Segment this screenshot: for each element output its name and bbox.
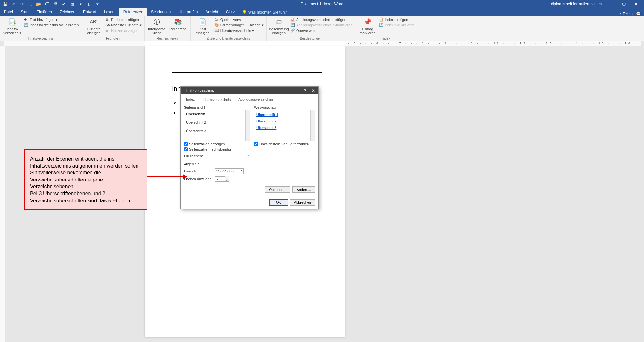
options-button[interactable]: Optionen... — [265, 186, 291, 193]
scroll-up-icon[interactable]: ▴ — [247, 110, 249, 113]
bibliography-button[interactable]: 📖Literaturverzeichnis ▾ — [214, 28, 264, 33]
account-name[interactable]: diplomarbeit formatierung — [551, 2, 595, 6]
insert-citation-button[interactable]: 📄 Zitat einfügen — [193, 17, 213, 35]
insert-caption-button[interactable]: 🏷 Beschriftung einfügen — [269, 17, 289, 35]
update-toc-button[interactable]: 🔄Inhaltsverzeichnis aktualisieren — [24, 23, 79, 27]
footnote-button[interactable]: AB¹ Fußnote einfügen — [84, 17, 103, 35]
comments-icon[interactable]: 💬 — [636, 12, 641, 16]
page-icon[interactable]: ▯ — [86, 1, 91, 6]
group-toc: 📑 Inhalts- verzeichnis ✚Text hinzufügen … — [0, 16, 81, 41]
chk-right-align[interactable]: Seitenzahlen rechtsbündig — [184, 147, 250, 151]
manage-sources-button[interactable]: 🗂Quellen verwalten — [214, 17, 264, 22]
chk-hyperlinks[interactable]: Links anstelle von Seitenzahlen — [254, 142, 315, 146]
ok-button[interactable]: OK — [269, 199, 288, 206]
modify-button[interactable]: Ändern... — [292, 186, 315, 193]
dialog-help-icon[interactable]: ? — [301, 87, 309, 94]
insert-index-button[interactable]: 📋Index einfügen — [379, 17, 414, 22]
citation-style-row[interactable]: 🎨Formatvorlage: Chicago ▾ — [214, 23, 264, 27]
preview-scrollbar[interactable]: ▴▾ — [310, 110, 315, 141]
tab-citavi[interactable]: Citavi — [222, 8, 240, 16]
bulb-icon: 💡 — [242, 10, 247, 15]
qat-dropdown-icon[interactable]: ▾ — [95, 1, 100, 6]
dialog-tab-toc[interactable]: Inhaltsverzeichnis — [199, 96, 234, 103]
cancel-button[interactable]: Abbrechen — [290, 199, 315, 206]
tab-draw[interactable]: Zeichnen — [56, 8, 79, 16]
toc-button[interactable]: 📑 Inhalts- verzeichnis — [3, 17, 22, 35]
open-icon[interactable]: 📂 — [36, 1, 41, 6]
scroll-down-icon[interactable]: ▾ — [247, 138, 249, 141]
style-value: Chicago — [248, 23, 260, 27]
formats-combo[interactable]: Von Vorlage — [215, 168, 244, 174]
scroll-down-icon[interactable]: ▾ — [312, 138, 314, 141]
tab-review[interactable]: Überprüfen — [175, 8, 202, 16]
web-link[interactable]: Überschrift 3 — [256, 124, 313, 131]
chk-right-align-input[interactable] — [184, 147, 188, 151]
crossref-button[interactable]: 🔗Querverweis — [290, 28, 352, 33]
tab-design[interactable]: Entwurf — [79, 8, 100, 16]
tab-references[interactable]: Referenzen — [119, 8, 147, 16]
print-icon[interactable]: 🖶 — [53, 1, 58, 6]
ruler-vertical[interactable] — [0, 46, 5, 342]
ribbon-options-icon[interactable]: ▭ — [599, 2, 602, 6]
spelling-icon[interactable]: ✔ — [61, 1, 66, 6]
web-link[interactable]: Überschrift 2 — [256, 118, 313, 124]
show-notes-icon: ☰ — [105, 28, 110, 33]
table-icon[interactable]: ▦ — [70, 1, 75, 6]
tell-me-search[interactable]: 💡 Was möchten Sie tun? — [240, 8, 289, 16]
new-icon[interactable]: ▢ — [28, 1, 33, 6]
dialog-close-icon[interactable]: ✕ — [309, 87, 317, 94]
insert-index-icon: 📋 — [379, 17, 384, 22]
dialog-tab-figures[interactable]: Abbildungsverzeichnis — [235, 96, 277, 103]
group-footnotes: AB¹ Fußnote einfügen 🗏Endnote einfügen A… — [81, 16, 144, 41]
preview-scrollbar[interactable]: ▴▾ — [245, 110, 250, 141]
minimize-icon[interactable]: ― — [606, 1, 617, 7]
recherche-button[interactable]: 📚 Recherche — [168, 17, 188, 31]
levels-input[interactable] — [215, 176, 225, 182]
dialog-tab-index[interactable]: Index — [183, 96, 198, 103]
bibliography-label: Literaturverzeichnis — [220, 29, 251, 33]
group-label-footnotes: Fußnoten — [84, 37, 141, 41]
mark-entry-button[interactable]: 📌 Eintrag markieren — [358, 17, 377, 35]
levels-spinner[interactable]: ▴▾ — [215, 176, 229, 182]
mark-entry-label: Eintrag markieren — [360, 27, 375, 35]
next-footnote-label: Nächste Fußnote — [111, 23, 138, 27]
collapse-ribbon-icon[interactable]: ⌃ — [637, 83, 640, 88]
tab-view[interactable]: Ansicht — [202, 8, 222, 16]
insert-figures-button[interactable]: 📊Abbildungsverzeichnis einfügen — [290, 17, 352, 22]
add-text-button[interactable]: ✚Text hinzufügen ▾ — [24, 17, 79, 22]
next-footnote-button[interactable]: ABNächste Fußnote ▾ — [105, 23, 141, 27]
preview-icon[interactable]: 🖵 — [44, 1, 50, 6]
tab-layout[interactable]: Layout — [100, 8, 119, 16]
smart-lookup-icon: ⓘ — [152, 17, 162, 26]
add-text-icon: ✚ — [24, 17, 28, 22]
fill-combo[interactable]: ....... — [215, 153, 250, 159]
update-index-icon: 🔄 — [379, 23, 384, 27]
qat-more-icon[interactable]: ▾ — [78, 1, 83, 6]
toc-row-title: Überschrift 1 — [186, 112, 208, 116]
tab-mailings[interactable]: Sendungen — [147, 8, 175, 16]
save-icon[interactable]: 💾 — [3, 1, 8, 6]
general-header: Allgemein — [184, 162, 315, 166]
spin-down-icon[interactable]: ▾ — [225, 179, 229, 182]
tab-home[interactable]: Start — [17, 8, 33, 16]
group-label-captions: Beschriftungen — [269, 37, 352, 41]
scroll-up-icon[interactable]: ▴ — [312, 110, 314, 113]
share-button[interactable]: ↗ Teilen — [619, 12, 633, 16]
smart-lookup-button[interactable]: ⓘ Intelligente Suche — [147, 17, 166, 35]
web-link[interactable]: Überschrift 1 — [256, 112, 313, 118]
endnote-button[interactable]: 🗏Endnote einfügen — [105, 17, 141, 22]
chk-show-pagenums[interactable]: Seitenzahlen anzeigen — [184, 142, 250, 146]
tab-insert[interactable]: Einfügen — [33, 8, 55, 16]
spin-up-icon[interactable]: ▴ — [225, 176, 229, 179]
toc-button-label: Inhalts- verzeichnis — [3, 27, 21, 35]
undo-icon[interactable]: ↶ — [11, 1, 16, 6]
group-label-toc: Inhaltsverzeichnis — [3, 37, 79, 41]
maximize-icon[interactable]: ▢ — [618, 1, 629, 7]
ruler-horizontal[interactable]: 3 · · · 2 · · · 1 · · · | · · · 1 · · · … — [4, 41, 641, 46]
chk-show-pagenums-input[interactable] — [184, 142, 188, 146]
tab-file[interactable]: Datei — [0, 8, 17, 16]
chk-hyperlinks-input[interactable] — [254, 142, 258, 146]
dialog-titlebar[interactable]: Inhaltsverzeichnis ? ✕ — [181, 87, 318, 94]
redo-icon[interactable]: ↷ — [19, 1, 24, 6]
close-icon[interactable]: ✕ — [630, 1, 641, 7]
